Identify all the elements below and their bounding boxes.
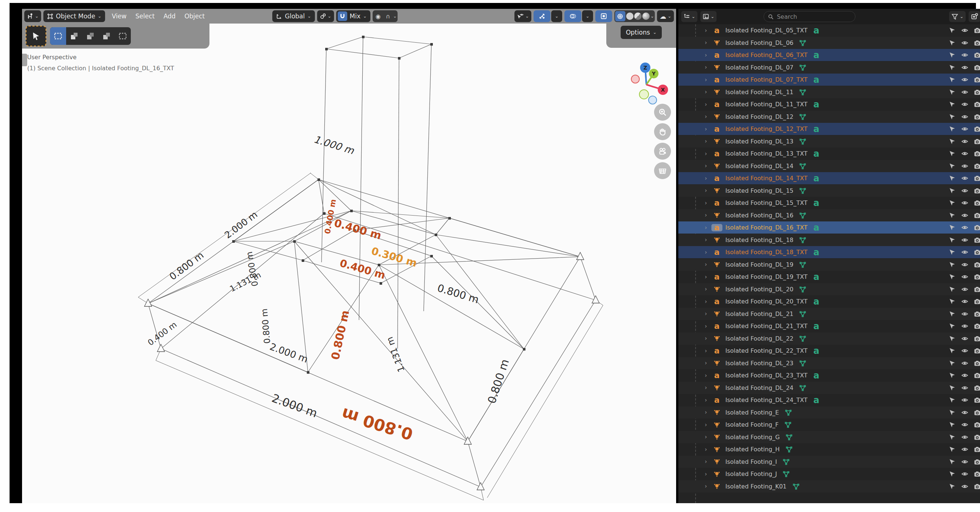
outliner-row[interactable]: ›Isolated Footing_DL_16	[678, 209, 980, 222]
filter-button[interactable]: ⌄	[949, 11, 966, 22]
outliner-row[interactable]: ›Isolated Footing_E	[678, 407, 980, 419]
expand-chevron-icon[interactable]: ›	[700, 39, 711, 46]
outliner-row[interactable]: ›Isolated Footing_DL_19	[678, 258, 980, 271]
hide-viewport-toggle-icon[interactable]	[958, 273, 971, 280]
select-box-button[interactable]	[50, 27, 66, 45]
transform-orientation-button[interactable]: Global ⌄	[272, 10, 315, 22]
rendered-shading-button[interactable]	[642, 13, 650, 20]
expand-chevron-icon[interactable]: ›	[700, 138, 711, 145]
disable-render-toggle-icon[interactable]	[971, 236, 980, 244]
hide-viewport-toggle-icon[interactable]	[958, 249, 971, 256]
disable-render-toggle-icon[interactable]	[971, 261, 980, 268]
outliner-row[interactable]: ›Isolated Footing_DL_06	[678, 37, 980, 49]
disable-render-toggle-icon[interactable]	[971, 421, 980, 428]
outliner-row[interactable]: ›Isolated Footing_I	[678, 456, 980, 468]
disable-render-toggle-icon[interactable]	[971, 163, 980, 169]
selectable-toggle-icon[interactable]	[946, 125, 958, 132]
search-input[interactable]: Search	[764, 11, 856, 22]
hide-viewport-toggle-icon[interactable]	[958, 138, 971, 145]
selectable-toggle-icon[interactable]	[946, 372, 958, 379]
disable-render-toggle-icon[interactable]	[971, 311, 980, 317]
show-visibility-button[interactable]: ⌄	[514, 10, 531, 22]
expand-chevron-icon[interactable]: ›	[700, 286, 711, 292]
expand-chevron-icon[interactable]: ›	[700, 126, 711, 132]
hide-viewport-toggle-icon[interactable]	[958, 434, 971, 441]
selectable-toggle-icon[interactable]	[946, 446, 958, 453]
hide-viewport-toggle-icon[interactable]	[958, 163, 971, 169]
selectable-toggle-icon[interactable]	[946, 163, 958, 169]
expand-chevron-icon[interactable]: ›	[700, 360, 711, 366]
axis-y-neg-ball[interactable]	[639, 89, 649, 99]
axis-y-ball[interactable]: Y	[649, 69, 659, 78]
selectable-toggle-icon[interactable]	[946, 64, 958, 71]
outliner-row[interactable]: ›Isolated Footing_DL_07	[678, 61, 980, 73]
menu-object[interactable]: Object	[180, 13, 209, 20]
expand-chevron-icon[interactable]: ›	[700, 212, 711, 219]
expand-chevron-icon[interactable]: ›	[700, 372, 711, 379]
hide-viewport-toggle-icon[interactable]	[958, 360, 971, 367]
expand-chevron-icon[interactable]: ›	[700, 348, 711, 354]
pan-button[interactable]	[654, 123, 671, 140]
select-extend-button[interactable]	[66, 27, 82, 45]
hide-viewport-toggle-icon[interactable]	[958, 483, 971, 490]
hide-viewport-toggle-icon[interactable]	[958, 261, 971, 268]
hide-viewport-toggle-icon[interactable]	[958, 409, 971, 416]
disable-render-toggle-icon[interactable]	[971, 446, 980, 453]
expand-chevron-icon[interactable]: ›	[700, 77, 711, 83]
outliner-row[interactable]: ›aIsolated Footing_DL_07_TXTa	[678, 73, 980, 86]
hide-viewport-toggle-icon[interactable]	[958, 286, 971, 293]
outliner-row[interactable]: ›Isolated Footing_H	[678, 443, 980, 455]
outliner-row[interactable]: ›Isolated Footing_DL_22	[678, 332, 980, 345]
expand-chevron-icon[interactable]: ›	[700, 323, 711, 330]
expand-chevron-icon[interactable]: ›	[700, 483, 711, 490]
outliner-row[interactable]: ›Isolated Footing_J	[678, 468, 980, 480]
outliner-row[interactable]: ›aIsolated Footing_DL_20_TXTa	[678, 295, 980, 308]
selectable-toggle-icon[interactable]	[946, 175, 958, 182]
select-invert-button[interactable]	[99, 27, 115, 45]
hide-viewport-toggle-icon[interactable]	[958, 212, 971, 219]
hide-viewport-toggle-icon[interactable]	[958, 113, 971, 120]
disable-render-toggle-icon[interactable]	[971, 397, 980, 404]
expand-chevron-icon[interactable]: ›	[700, 397, 711, 404]
disable-render-toggle-icon[interactable]	[971, 483, 980, 490]
proportional-edit-group[interactable]: ◉ ∩ ⌄	[372, 10, 398, 22]
disable-render-toggle-icon[interactable]	[971, 150, 980, 157]
hide-viewport-toggle-icon[interactable]	[958, 89, 971, 96]
disable-render-toggle-icon[interactable]	[971, 384, 980, 391]
disable-render-toggle-icon[interactable]	[971, 199, 980, 206]
disable-render-toggle-icon[interactable]	[971, 360, 980, 367]
outliner-row[interactable]: ›aIsolated Footing_DL_14_TXTa	[678, 172, 980, 184]
overlays-dropdown[interactable]: ⌄	[582, 10, 593, 22]
outliner-row[interactable]: ›Isolated Footing_DL_11	[678, 86, 980, 98]
selectable-toggle-icon[interactable]	[946, 273, 958, 280]
hide-viewport-toggle-icon[interactable]	[958, 421, 971, 428]
outliner-row[interactable]: ›Isolated Footing_DL_18	[678, 234, 980, 246]
expand-chevron-icon[interactable]: ›	[700, 64, 711, 71]
snapping-button[interactable]: Mix ⌄	[336, 10, 371, 22]
expand-chevron-icon[interactable]: ›	[700, 261, 711, 268]
disable-render-toggle-icon[interactable]	[971, 51, 980, 59]
selectable-toggle-icon[interactable]	[946, 458, 958, 465]
disable-render-toggle-icon[interactable]	[971, 298, 980, 305]
expand-chevron-icon[interactable]: ›	[700, 471, 711, 477]
hide-viewport-toggle-icon[interactable]	[958, 298, 971, 305]
outliner-row[interactable]: ›Isolated Footing_DL_14	[678, 160, 980, 172]
sidebar-toggle-tab[interactable]	[22, 54, 27, 66]
selectable-toggle-icon[interactable]	[946, 286, 958, 293]
disable-render-toggle-icon[interactable]	[971, 286, 980, 293]
editor-type-button[interactable]: ⌄	[24, 10, 41, 22]
selectable-toggle-icon[interactable]	[946, 249, 958, 256]
hide-viewport-toggle-icon[interactable]	[958, 347, 971, 354]
toggle-xray-button[interactable]	[595, 10, 612, 22]
selectable-toggle-icon[interactable]	[946, 298, 958, 305]
selectable-toggle-icon[interactable]	[946, 434, 958, 441]
selectable-toggle-icon[interactable]	[946, 212, 958, 219]
selectable-toggle-icon[interactable]	[946, 471, 958, 477]
disable-render-toggle-icon[interactable]	[971, 409, 980, 416]
menu-select[interactable]: Select	[131, 13, 159, 20]
outliner-row[interactable]: ›Isolated Footing_DL_24	[678, 382, 980, 394]
selectable-toggle-icon[interactable]	[946, 322, 958, 330]
expand-chevron-icon[interactable]: ›	[700, 52, 711, 59]
hide-viewport-toggle-icon[interactable]	[958, 236, 971, 244]
selectable-toggle-icon[interactable]	[946, 384, 958, 391]
